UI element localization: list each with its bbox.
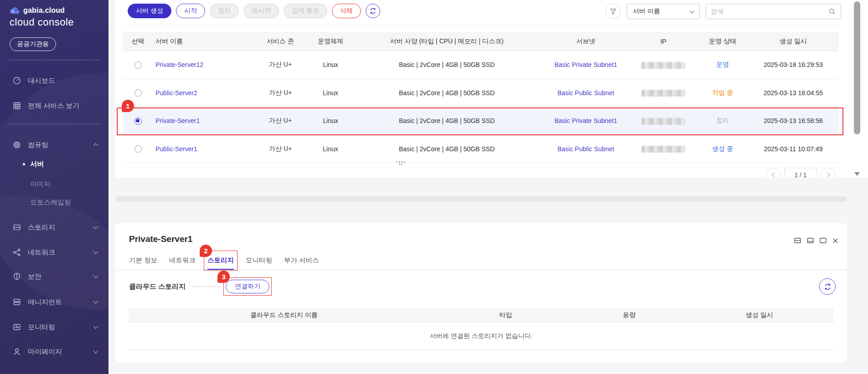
panel-split-horizontal-icon[interactable] [794,237,801,244]
sidebar-item-image[interactable]: 이미지 [0,176,108,192]
search-input[interactable] [711,8,828,15]
ip-redacted [641,90,685,97]
sidebar-item-dashboard[interactable]: 대시보드 [0,72,108,90]
connect-storage-button[interactable]: 연결하기 [226,280,269,293]
subnet-link[interactable]: Basic Public Subnet [558,89,615,97]
console-title: cloud console [10,16,74,28]
tab-storage[interactable]: 스토리지 2 [207,255,234,270]
row-radio[interactable] [134,145,142,153]
detail-panel-title: Private-Server1 [129,234,192,244]
panel-window-controls [794,237,839,244]
server-name-link[interactable]: Public-Server2 [155,89,197,97]
public-sector-badge: 공공기관용 [10,37,56,51]
server-name-link[interactable]: Public-Server1 [155,145,197,153]
annotation-step-3: 3 [217,271,230,283]
row-radio[interactable] [134,89,142,97]
sidebar-item-server[interactable]: 서버 [0,156,108,172]
annotation-step-1: 1 [122,100,134,112]
refresh-icon [824,283,832,291]
tab-basic-info[interactable]: 기본 정보 [129,255,157,270]
splitter-handle[interactable] [396,160,406,166]
scrollbar-down-arrow[interactable] [854,172,860,176]
gabia-cloud-logo[interactable]: gabia.cloud [10,6,65,15]
chevron-down-icon [93,298,98,303]
cloud-storage-label: 클라우드 스토리지 [129,282,186,291]
start-button[interactable]: 시작 [176,4,205,18]
create-server-button[interactable]: 서버 생성 [128,4,171,18]
server-table-header: 선택 서버 이름 서비스 존 운영체제 서버 사양 (타입 | CPU | 메모… [123,32,839,51]
status-badge: 운영 [716,61,729,68]
row-radio-checked[interactable] [134,118,142,125]
server-table: 선택 서버 이름 서비스 존 운영체제 서버 사양 (타입 | CPU | 메모… [123,32,839,163]
server-row: Private-Server12 가산 U+ Linux Basic | 2vC… [123,51,839,79]
ip-redacted [641,62,685,69]
chevron-down-icon [93,224,98,229]
panel-split-bottom-icon[interactable] [806,237,814,244]
storage-empty-message: 서버에 연결된 스토리지가 없습니다. [129,323,833,350]
ip-redacted [641,118,685,125]
cloud-console-app: gabia.cloud cloud console 공공기관용 대시보드 전체 … [0,0,868,374]
server-name-link[interactable]: Private-Server12 [155,61,203,68]
chevron-down-icon [93,323,98,328]
chevron-down-icon [93,273,98,278]
sidebar-item-security[interactable]: 보안 [0,267,108,286]
refresh-button[interactable] [366,4,380,18]
cloud-logo-icon [10,7,20,14]
filter-button[interactable] [605,4,621,19]
stop-button: 정지 [210,4,239,18]
delete-button[interactable]: 삭제 [332,4,361,18]
sidebar-item-management[interactable]: 매니지먼트 [0,293,108,311]
network-icon [12,248,21,257]
server-row: Public-Server2 가산 U+ Linux Basic | 2vCor… [123,79,839,108]
next-page-button[interactable] [821,168,835,178]
chevron-down-icon [93,249,98,254]
search-controls: 서버 이름 [605,4,841,19]
subnet-link[interactable]: Basic Private Subnet1 [554,61,617,68]
tab-addon-services[interactable]: 부가 서비스 [284,255,319,270]
sidebar-divider [9,60,99,60]
sidebar-item-autoscaling[interactable]: 오토스케일링 [0,194,108,210]
brand-name: gabia.cloud [23,6,65,15]
subnet-link[interactable]: Basic Public Subnet [558,145,615,153]
user-icon [12,347,21,356]
main-content: 서버 생성 시작 정지 재시작 강제 종료 삭제 [108,0,868,374]
detail-tabs: 기본 정보 네트워크 스토리지 2 모니터링 부가 서비스 [115,255,847,270]
panel-close-icon[interactable] [832,237,839,244]
sidebar-item-network[interactable]: 네트워크 [0,243,108,261]
status-badge: 정지 [716,117,729,124]
storage-icon [12,223,21,232]
server-row-selected: 1 Private-Server1 가산 U+ Linux Basic | 2v… [123,107,839,135]
storage-refresh-button[interactable] [819,278,836,295]
active-bullet [23,163,25,165]
chip-icon [12,140,21,149]
sidebar-item-all-services[interactable]: 전체 서비스 보기 [0,97,108,115]
tab-monitoring[interactable]: 모니터링 [246,255,272,270]
force-stop-button: 강제 종료 [284,4,327,18]
sidebar-item-mypage[interactable]: 마이페이지 [0,343,108,361]
sidebar-item-storage[interactable]: 스토리지 [0,218,108,236]
panel-maximize-icon[interactable] [819,237,827,244]
ip-redacted [641,146,685,153]
restart-button: 재시작 [243,4,279,18]
monitoring-icon [12,323,21,332]
storage-table-header: 클라우드 스토리지 이름 타입 용량 생성 일시 [129,308,833,323]
chevron-down-icon [93,348,98,353]
tab-network[interactable]: 네트워크 [169,255,196,270]
row-radio[interactable] [134,61,142,69]
chevron-left-icon [771,172,776,177]
grid-icon [12,101,21,110]
scrollbar-thumb[interactable] [854,1,860,134]
prev-page-button[interactable] [766,168,780,178]
vertical-scrollbar[interactable] [854,0,860,178]
sidebar: gabia.cloud cloud console 공공기관용 대시보드 전체 … [0,0,108,374]
server-row: Public-Server1 가산 U+ Linux Basic | 2vCor… [123,135,839,164]
server-toolbar: 서버 생성 시작 정지 재시작 강제 종료 삭제 [128,4,380,18]
splitter-bar[interactable] [115,196,847,202]
sidebar-item-monitoring[interactable]: 모니터링 [0,318,108,336]
search-field-select[interactable]: 서버 이름 [627,4,700,19]
subnet-link[interactable]: Basic Private Subnet1 [554,117,617,124]
sidebar-item-computing[interactable]: 컴퓨팅 [0,136,108,154]
server-name-link[interactable]: Private-Server1 [155,117,200,124]
dashed-connector [192,287,220,287]
chevron-down-icon [689,8,694,13]
